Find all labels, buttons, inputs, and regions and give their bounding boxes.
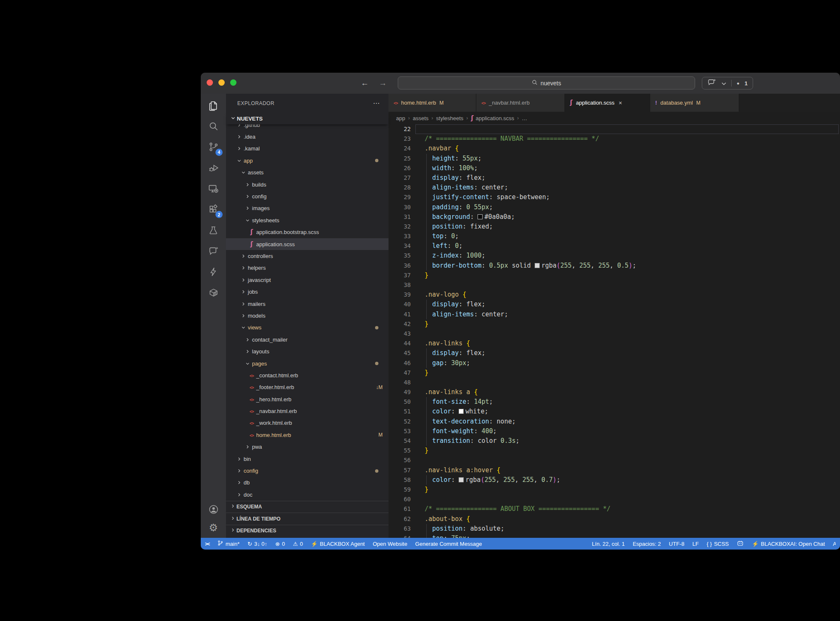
explorer-sidebar: EXPLORADOR ⋯ NUEVETS .github.idea.kamala…: [226, 94, 388, 538]
statusbar-blackboxai-open-chat[interactable]: ⚡BLACKBOXAI: Open Chat: [752, 541, 825, 547]
tree-item-label: javascript: [248, 277, 271, 283]
erb-icon: <>: [248, 432, 255, 438]
tree-item-pages[interactable]: pages: [226, 358, 388, 369]
tree-item-controllers[interactable]: controllers: [226, 250, 388, 262]
chevron-down-icon[interactable]: [722, 79, 726, 87]
tree-item--hero-html-erb[interactable]: <>_hero.html.erb: [226, 393, 388, 405]
tree-item-application-bootstrap-scss[interactable]: ʃapplication.bootstrap.scss: [226, 226, 388, 238]
breadcrumb-item-assets[interactable]: assets: [413, 115, 429, 121]
tree-item-home-html-erb[interactable]: <>home.html.erbM: [226, 429, 388, 441]
explorer-icon[interactable]: [203, 95, 223, 116]
code-line-53: 53 font-weight: 400;: [388, 426, 840, 436]
tree-item-config[interactable]: config: [226, 190, 388, 202]
history-back-button[interactable]: ←: [361, 79, 369, 88]
statusbar-eol[interactable]: LF: [692, 541, 698, 547]
code-line-62: 62.about-box {: [388, 514, 840, 524]
tree-item--footer-html-erb[interactable]: <>_footer.html.erb↓M: [226, 382, 388, 393]
tree-item-db[interactable]: db: [226, 477, 388, 489]
close-icon[interactable]: ×: [619, 100, 622, 106]
tree-item-stylesheets[interactable]: stylesheets: [226, 214, 388, 226]
command-center-search[interactable]: nuevets: [398, 76, 695, 89]
chat-controls[interactable]: ● 1: [702, 77, 753, 89]
tab-home-html-erb[interactable]: <>home.html.erbM: [388, 94, 476, 112]
code-editor[interactable]: 2223/* ================ NAVBAR =========…: [388, 124, 840, 538]
tree-item-assets[interactable]: assets: [226, 167, 388, 179]
tree-item--contact-html-erb[interactable]: <>_contact.html.erb: [226, 369, 388, 381]
history-forward-button[interactable]: →: [379, 79, 387, 88]
tab-application-scss[interactable]: ʃapplication.scss×: [565, 94, 650, 112]
extensions-icon[interactable]: 2: [203, 199, 223, 220]
code-line-61: 61/* ================ ABOUT BOX ========…: [388, 504, 840, 514]
statusbar-warnings[interactable]: ⚠0: [293, 541, 303, 547]
code-line-26: 26 width: 100%;: [388, 163, 840, 173]
container-box-icon[interactable]: [203, 282, 223, 303]
search-icon[interactable]: [203, 116, 223, 137]
zoom-window-button[interactable]: [230, 79, 236, 86]
statusbar-open-website[interactable]: Open Website: [373, 541, 407, 547]
statusbar-generate-commit-message[interactable]: Generate Commit Message: [415, 541, 482, 547]
section-l-nea-de-tiempo[interactable]: LÍNEA DE TIEMPO: [226, 513, 388, 525]
tree-item--navbar-html-erb[interactable]: <>_navbar.html.erb: [226, 405, 388, 417]
tree-item-pwa[interactable]: pwa: [226, 441, 388, 453]
tree-item--work-html-erb[interactable]: <>_work.html.erb: [226, 417, 388, 429]
close-window-button[interactable]: [207, 79, 213, 86]
account-icon[interactable]: [203, 504, 223, 515]
code-text: display: flex;: [425, 300, 486, 309]
settings-icon[interactable]: ⚙: [203, 523, 223, 533]
statusbar-git-branch[interactable]: main*: [217, 540, 239, 547]
remote-monitor-icon[interactable]: [203, 178, 223, 199]
tree-item-layouts[interactable]: layouts: [226, 345, 388, 357]
code-line-56: 56: [388, 455, 840, 465]
tree-item-application-scss[interactable]: ʃapplication.scss: [226, 238, 388, 250]
erb-icon: <>: [248, 396, 255, 403]
run-debug-icon[interactable]: [203, 158, 223, 179]
tab--navbar-html-erb[interactable]: <>_navbar.html.erb: [476, 94, 565, 112]
statusbar-language-mode[interactable]: { }SCSS: [707, 541, 729, 547]
line-number: 62: [388, 514, 411, 524]
breadcrumb-item-application-scss[interactable]: ʃapplication.scss: [471, 115, 514, 121]
line-number: 39: [388, 290, 411, 300]
tree-item-app[interactable]: app: [226, 155, 388, 166]
statusbar-git-sync[interactable]: ↻3↓ 0↑: [247, 541, 267, 547]
tree-item-builds[interactable]: builds: [226, 179, 388, 190]
tree-item-jobs[interactable]: jobs: [226, 286, 388, 297]
section-esquema[interactable]: ESQUEMA: [226, 501, 388, 513]
statusbar-clipped-item[interactable]: A: [833, 541, 836, 547]
tree-item--github[interactable]: .github: [226, 124, 388, 131]
lightning-icon[interactable]: [203, 261, 223, 282]
project-root-row[interactable]: NUEVETS: [226, 113, 388, 124]
source-control-icon[interactable]: 4: [203, 137, 223, 158]
chevron-right-icon: [235, 124, 243, 129]
statusbar-encoding[interactable]: UTF-8: [669, 541, 685, 547]
tree-item-javascript[interactable]: javascript: [226, 274, 388, 286]
tree-item-contact-mailer[interactable]: contact_mailer: [226, 334, 388, 345]
more-actions-icon[interactable]: ⋯: [373, 99, 380, 107]
tree-item--kamal[interactable]: .kamal: [226, 143, 388, 155]
statusbar-blackbox-agent[interactable]: ⚡BLACKBOX Agent: [311, 541, 365, 547]
chat-sparkle-icon[interactable]: [203, 241, 223, 262]
git-modified-dot: [375, 326, 378, 329]
tree-item-models[interactable]: models: [226, 310, 388, 321]
tab-database-yml[interactable]: !database.ymlM: [650, 94, 739, 112]
tree-item-mailers[interactable]: mailers: [226, 298, 388, 310]
section-dependencies[interactable]: DEPENDENCIES: [226, 525, 388, 537]
minimize-window-button[interactable]: [218, 79, 225, 86]
statusbar-remote-indicator[interactable]: ><: [205, 541, 209, 547]
tree-item-bin[interactable]: bin: [226, 453, 388, 465]
tree-item-config[interactable]: config: [226, 465, 388, 476]
statusbar-robot[interactable]: [737, 540, 744, 547]
testing-icon[interactable]: [203, 220, 223, 241]
tree-item-views[interactable]: views: [226, 322, 388, 334]
tree-item--idea[interactable]: .idea: [226, 131, 388, 142]
statusbar-errors[interactable]: ⊗0: [275, 541, 285, 547]
statusbar-indentation[interactable]: Espacios: 2: [633, 541, 661, 547]
breadcrumb-item-stylesheets[interactable]: stylesheets: [436, 115, 463, 121]
erb-icon: <>: [394, 100, 398, 106]
statusbar-cursor-position[interactable]: Lín. 22, col. 1: [592, 541, 625, 547]
tree-item-images[interactable]: images: [226, 203, 388, 214]
tree-item-doc[interactable]: doc: [226, 489, 388, 500]
breadcrumb-item-app[interactable]: app: [396, 115, 405, 121]
tree-item-helpers[interactable]: helpers: [226, 262, 388, 274]
tree-item-label: home.html.erb: [256, 432, 291, 438]
breadcrumb-item--[interactable]: …: [522, 115, 527, 121]
